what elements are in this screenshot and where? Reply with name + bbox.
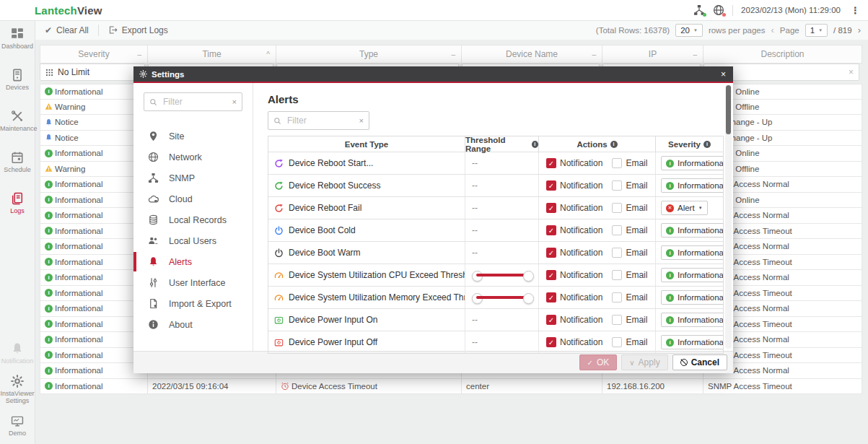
column-header-label: Time bbox=[202, 49, 221, 59]
settings-menu-item-local-users[interactable]: Local Users bbox=[133, 230, 253, 251]
info-severity-dot: i bbox=[45, 180, 53, 188]
event-type-label: Device Reboot Success bbox=[289, 180, 380, 191]
email-label: Email bbox=[626, 225, 647, 235]
column-header-time[interactable]: Time^ bbox=[148, 45, 276, 64]
severity-label: Informational bbox=[55, 335, 102, 344]
severity-label: Informational bbox=[55, 320, 102, 328]
column-header-description[interactable]: Description bbox=[703, 45, 862, 64]
email-checkbox[interactable]: Email bbox=[612, 203, 647, 213]
warning-icon bbox=[45, 165, 53, 173]
close-icon[interactable]: × bbox=[719, 69, 727, 79]
sidebar-item-maintenance[interactable]: Maintenance bbox=[0, 103, 35, 144]
severity-dropdown[interactable]: iInformational▼ bbox=[661, 223, 723, 238]
column-header-device-name[interactable]: Device Name– bbox=[462, 45, 602, 64]
email-checkbox[interactable]: Email bbox=[612, 225, 647, 235]
export-logs-button[interactable]: Export Logs bbox=[99, 20, 177, 40]
threshold-range-slider[interactable] bbox=[472, 271, 534, 280]
globe-icon bbox=[148, 152, 159, 162]
severity-dropdown[interactable]: iInformational▼ bbox=[661, 245, 723, 260]
notification-checkbox[interactable]: ✓Notification bbox=[546, 315, 602, 325]
globe-status-icon[interactable] bbox=[713, 4, 724, 16]
email-checkbox[interactable]: Email bbox=[612, 158, 647, 168]
settings-menu-item-cloud[interactable]: Cloud bbox=[133, 188, 253, 209]
notification-checkbox[interactable]: ✓Notification bbox=[546, 225, 602, 235]
alerts-filter[interactable]: × bbox=[268, 111, 369, 130]
settings-dialog-titlebar[interactable]: Settings × bbox=[133, 66, 733, 83]
severity-dropdown[interactable]: iInformational▼ bbox=[661, 156, 723, 170]
column-header-type[interactable]: Type– bbox=[276, 45, 462, 64]
sidebar-item-devices[interactable]: Devices bbox=[0, 62, 35, 103]
email-checkbox[interactable]: Email bbox=[612, 315, 647, 325]
severity-dropdown[interactable]: iInformational▼ bbox=[661, 290, 723, 305]
settings-menu-item-about[interactable]: About bbox=[133, 314, 253, 335]
notification-checkbox[interactable]: ✓Notification bbox=[546, 292, 602, 302]
email-checkbox[interactable]: Email bbox=[612, 248, 647, 258]
settings-menu-item-snmp[interactable]: SNMP bbox=[133, 167, 253, 188]
notification-checkbox[interactable]: ✓Notification bbox=[546, 248, 602, 258]
settings-menu-item-alerts[interactable]: Alerts bbox=[133, 251, 253, 272]
clear-filter-icon[interactable]: × bbox=[232, 97, 237, 106]
email-checkbox[interactable]: Email bbox=[612, 270, 647, 280]
sidebar-item-label: Schedule bbox=[0, 166, 35, 173]
rows-per-page-select[interactable]: 20 ▼ bbox=[675, 24, 703, 37]
settings-menu-item-user-interface[interactable]: User Interface bbox=[133, 272, 253, 293]
slider-handle-right[interactable] bbox=[523, 293, 534, 304]
page-select[interactable]: 1 ▼ bbox=[805, 24, 828, 37]
severity-filter-dropdown[interactable]: No Limit bbox=[40, 64, 145, 81]
settings-menu-item-label: Cloud bbox=[169, 194, 193, 204]
settings-menu-filter-input[interactable] bbox=[162, 96, 228, 108]
settings-menu-item-label: Site bbox=[169, 131, 185, 142]
clear-all-button[interactable]: ✔ Clear All bbox=[35, 20, 98, 40]
notification-checkbox[interactable]: ✓Notification bbox=[546, 270, 602, 280]
modal-scrollbar-track[interactable] bbox=[725, 85, 732, 349]
email-checkbox[interactable]: Email bbox=[612, 180, 647, 191]
threshold-range-slider[interactable] bbox=[472, 293, 534, 302]
severity-cell: iInformational bbox=[40, 239, 148, 255]
clear-filter-icon[interactable]: × bbox=[849, 67, 854, 77]
severity-value: Informational bbox=[678, 226, 723, 235]
sidebar-item-schedule[interactable]: Schedule bbox=[0, 144, 35, 186]
warning-icon bbox=[45, 103, 53, 110]
email-checkbox[interactable]: Email bbox=[612, 337, 647, 347]
ok-button[interactable]: ✓ OK bbox=[579, 354, 618, 370]
sidebar-item-logs[interactable]: Logs bbox=[0, 186, 35, 227]
slider-track bbox=[476, 296, 530, 299]
settings-menu-item-import-export[interactable]: Import & Export bbox=[133, 293, 253, 314]
settings-menu-item-local-records[interactable]: Local Records bbox=[133, 209, 253, 230]
notification-checkbox[interactable]: ✓Notification bbox=[546, 180, 602, 191]
severity-dropdown[interactable]: iInformational▼ bbox=[661, 268, 723, 282]
sidebar-item-dashboard[interactable]: Dashboard bbox=[0, 21, 35, 62]
sidebar-item-instaviewer-settings[interactable]: InstaViewer Settings bbox=[0, 369, 35, 409]
email-checkbox[interactable]: Email bbox=[612, 292, 647, 302]
next-page-button[interactable]: › bbox=[858, 25, 861, 35]
notification-checkbox[interactable]: ✓Notification bbox=[546, 337, 602, 347]
severity-value: Informational bbox=[678, 338, 723, 347]
clear-filter-icon[interactable]: × bbox=[359, 116, 364, 125]
modal-scrollbar-thumb[interactable] bbox=[726, 85, 731, 134]
info-icon: i bbox=[610, 141, 618, 148]
notification-checkbox[interactable]: ✓Notification bbox=[546, 158, 602, 168]
threshold-value: -- bbox=[472, 180, 478, 191]
prev-page-button[interactable]: ‹ bbox=[771, 25, 774, 35]
kebab-menu-icon[interactable]: ⋮ bbox=[849, 5, 862, 16]
checkbox-icon bbox=[612, 158, 622, 168]
apply-button[interactable]: ∨ Apply bbox=[621, 354, 667, 370]
topology-status-icon[interactable] bbox=[693, 4, 705, 16]
column-header-ip[interactable]: IP– bbox=[602, 45, 703, 64]
slider-handle-right[interactable] bbox=[523, 271, 534, 282]
alerts-filter-input[interactable] bbox=[286, 115, 355, 126]
severity-dropdown[interactable]: iInformational▼ bbox=[661, 335, 723, 349]
email-label: Email bbox=[626, 248, 647, 258]
column-header-severity[interactable]: Severity– bbox=[40, 45, 148, 64]
severity-cell: iInformational bbox=[40, 193, 148, 209]
log-toolbar: ✔ Clear All Export Logs (Total Rows: 163… bbox=[35, 20, 868, 40]
severity-dropdown[interactable]: ✕Alert▼ bbox=[661, 201, 708, 215]
severity-dropdown[interactable]: iInformational▼ bbox=[661, 313, 723, 327]
severity-dropdown[interactable]: iInformational▼ bbox=[661, 178, 723, 193]
settings-menu-item-site[interactable]: Site bbox=[133, 126, 253, 147]
notification-checkbox[interactable]: ✓Notification bbox=[546, 203, 602, 213]
cancel-button[interactable]: Cancel bbox=[672, 354, 727, 370]
settings-menu-item-network[interactable]: Network bbox=[133, 147, 253, 167]
settings-menu-filter[interactable]: × bbox=[144, 92, 242, 111]
sidebar-item-demo[interactable]: Demo bbox=[0, 409, 35, 441]
